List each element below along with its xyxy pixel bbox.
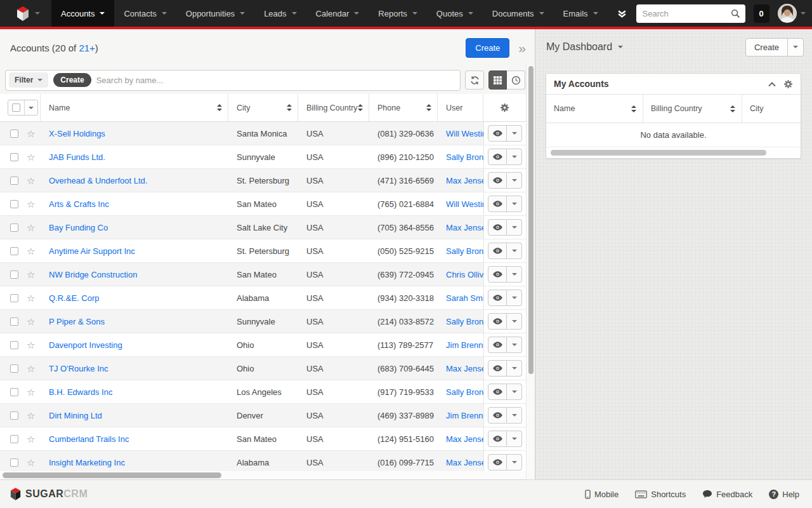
user-link[interactable]: Max Jense <box>446 176 483 185</box>
dashboard-create-button[interactable]: Create <box>745 38 788 57</box>
account-name-link[interactable]: B.H. Edwards Inc <box>49 387 112 397</box>
row-checkbox[interactable] <box>10 200 18 208</box>
preview-button[interactable] <box>488 454 507 471</box>
preview-button[interactable] <box>488 337 507 353</box>
sort-icon[interactable] <box>426 104 431 111</box>
favorite-star-icon[interactable] <box>27 176 35 185</box>
column-header-city[interactable]: City <box>237 104 251 112</box>
row-actions-dropdown[interactable] <box>507 313 522 330</box>
dashboard-collapse-toggle[interactable] <box>518 41 526 55</box>
row-checkbox[interactable] <box>10 411 18 420</box>
row-checkbox[interactable] <box>10 435 18 443</box>
search-icon[interactable] <box>731 9 740 18</box>
preview-button[interactable] <box>488 172 507 189</box>
user-link[interactable]: Max Jense <box>446 434 483 444</box>
user-link[interactable]: Max Jense <box>446 458 483 467</box>
row-checkbox[interactable] <box>10 294 18 302</box>
nav-item-documents[interactable]: Documents <box>483 0 554 27</box>
nav-item-accounts[interactable]: Accounts <box>51 0 114 27</box>
account-name-link[interactable]: Dirt Mining Ltd <box>49 411 102 420</box>
favorite-star-icon[interactable] <box>27 199 35 209</box>
nav-item-quotes[interactable]: Quotes <box>427 0 483 27</box>
app-logo[interactable] <box>0 0 51 27</box>
user-link[interactable]: Sally Brons <box>446 246 483 256</box>
dashlet-scrollbar-thumb[interactable] <box>551 150 766 156</box>
account-name-link[interactable]: X-Sell Holdings <box>49 129 105 138</box>
refresh-button[interactable] <box>465 70 484 90</box>
sort-icon[interactable] <box>287 104 292 111</box>
row-actions-dropdown[interactable] <box>507 431 522 447</box>
preview-button[interactable] <box>488 360 507 377</box>
favorite-star-icon[interactable] <box>27 458 35 467</box>
row-checkbox[interactable] <box>10 458 18 467</box>
account-name-link[interactable]: Cumberland Trails Inc <box>49 434 129 444</box>
dashlet-column-billing-country[interactable]: Billing Country <box>651 104 702 113</box>
collapse-icon[interactable] <box>768 82 775 89</box>
preview-button[interactable] <box>488 290 507 306</box>
row-checkbox[interactable] <box>10 388 18 396</box>
row-checkbox[interactable] <box>10 177 18 185</box>
favorite-star-icon[interactable] <box>27 270 35 279</box>
nav-item-leads[interactable]: Leads <box>254 0 306 27</box>
account-name-link[interactable]: JAB Funds Ltd. <box>49 152 105 162</box>
row-actions-dropdown[interactable] <box>507 266 522 283</box>
preview-button[interactable] <box>488 266 507 283</box>
account-name-link[interactable]: Bay Funding Co <box>49 223 108 232</box>
preview-button[interactable] <box>488 407 507 424</box>
record-count-link[interactable]: 21+ <box>79 43 95 53</box>
account-name-link[interactable]: Q.R.&E. Corp <box>49 293 99 303</box>
gear-icon[interactable] <box>500 103 509 112</box>
sort-icon[interactable] <box>730 105 735 112</box>
favorite-star-icon[interactable] <box>27 411 35 420</box>
row-checkbox[interactable] <box>10 247 18 255</box>
row-checkbox[interactable] <box>10 153 18 161</box>
row-checkbox[interactable] <box>10 364 18 373</box>
row-actions-dropdown[interactable] <box>507 290 522 306</box>
favorite-star-icon[interactable] <box>27 434 35 444</box>
footer-help-link[interactable]: Help <box>769 490 799 499</box>
row-checkbox[interactable] <box>10 341 18 349</box>
dashboard-title[interactable]: My Dashboard <box>546 41 623 53</box>
row-actions-dropdown[interactable] <box>507 149 522 165</box>
row-actions-dropdown[interactable] <box>507 125 522 142</box>
preview-button[interactable] <box>488 431 507 447</box>
filter-create-button[interactable]: Create <box>53 73 91 87</box>
nav-item-emails[interactable]: Emails <box>554 0 608 27</box>
user-link[interactable]: Jim Brenna <box>446 340 483 350</box>
user-link[interactable]: Sally Brons <box>446 152 483 162</box>
dashboard-create-dropdown[interactable] <box>788 38 804 57</box>
account-name-link[interactable]: Arts & Crafts Inc <box>49 199 109 209</box>
row-actions-dropdown[interactable] <box>507 243 522 259</box>
column-header-phone[interactable]: Phone <box>377 104 400 112</box>
favorite-star-icon[interactable] <box>27 317 35 326</box>
user-link[interactable]: Chris Ollive <box>446 270 483 279</box>
account-name-link[interactable]: Davenport Investing <box>49 340 122 350</box>
account-name-link[interactable]: P Piper & Sons <box>49 317 105 326</box>
user-link[interactable]: Sarah Smit <box>446 293 483 303</box>
preview-button[interactable] <box>488 384 507 400</box>
horizontal-scrollbar-thumb[interactable] <box>3 472 221 478</box>
footer-shortcuts-link[interactable]: Shortcuts <box>635 490 686 499</box>
account-name-link[interactable]: Insight Marketing Inc <box>49 458 125 467</box>
footer-feedback-link[interactable]: Feedback <box>702 490 752 499</box>
row-checkbox[interactable] <box>10 318 18 326</box>
preview-button[interactable] <box>488 149 507 165</box>
row-actions-dropdown[interactable] <box>507 407 522 424</box>
row-checkbox[interactable] <box>10 224 18 232</box>
gear-icon[interactable] <box>783 79 793 89</box>
account-name-link[interactable]: Overhead & Underfoot Ltd. <box>49 176 147 185</box>
favorite-star-icon[interactable] <box>27 246 35 256</box>
user-link[interactable]: Sally Brons <box>446 317 483 326</box>
dashlet-column-name[interactable]: Name <box>554 104 575 113</box>
filter-button[interactable]: Filter <box>9 72 48 88</box>
preview-button[interactable] <box>488 313 507 330</box>
row-checkbox[interactable] <box>10 130 18 138</box>
row-checkbox[interactable] <box>10 271 18 279</box>
user-link[interactable]: Sally Brons <box>446 387 483 397</box>
list-view-button[interactable] <box>488 70 507 90</box>
preview-button[interactable] <box>488 219 507 236</box>
favorite-star-icon[interactable] <box>27 293 35 303</box>
user-menu[interactable] <box>778 4 806 23</box>
row-actions-dropdown[interactable] <box>507 454 522 471</box>
select-all-dropdown[interactable] <box>24 100 37 115</box>
